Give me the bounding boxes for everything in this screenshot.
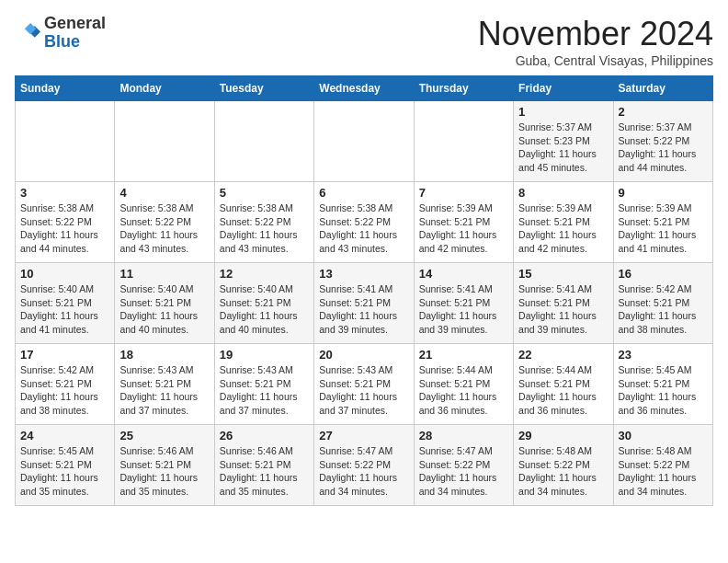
day-number: 1 [518,105,608,119]
day-info: Sunrise: 5:45 AM Sunset: 5:21 PM Dayligh… [20,444,109,499]
calendar-cell [214,101,313,182]
weekday-header-cell: Friday [514,76,613,101]
calendar-table: SundayMondayTuesdayWednesdayThursdayFrid… [15,75,713,506]
day-info: Sunrise: 5:44 AM Sunset: 5:21 PM Dayligh… [518,363,608,418]
day-number: 25 [119,429,209,442]
day-info: Sunrise: 5:38 AM Sunset: 5:22 PM Dayligh… [20,201,109,256]
day-info: Sunrise: 5:39 AM Sunset: 5:21 PM Dayligh… [619,201,708,256]
calendar-cell: 1Sunrise: 5:37 AM Sunset: 5:23 PM Daylig… [514,101,613,182]
calendar-cell: 30Sunrise: 5:48 AM Sunset: 5:22 PM Dayli… [613,425,712,506]
day-number: 27 [319,429,408,442]
calendar-week-row: 10Sunrise: 5:40 AM Sunset: 5:21 PM Dayli… [16,263,713,344]
logo: General Blue [15,15,106,52]
day-info: Sunrise: 5:47 AM Sunset: 5:22 PM Dayligh… [419,444,508,499]
calendar-cell: 10Sunrise: 5:40 AM Sunset: 5:21 PM Dayli… [16,263,115,344]
logo-icon [15,20,40,46]
day-number: 6 [319,186,408,200]
weekday-header-cell: Thursday [414,76,513,101]
weekday-header-row: SundayMondayTuesdayWednesdayThursdayFrid… [16,76,713,101]
day-info: Sunrise: 5:38 AM Sunset: 5:22 PM Dayligh… [319,201,408,256]
day-number: 7 [419,186,508,200]
day-number: 24 [20,429,109,442]
day-info: Sunrise: 5:43 AM Sunset: 5:21 PM Dayligh… [119,363,209,418]
calendar-cell: 26Sunrise: 5:46 AM Sunset: 5:21 PM Dayli… [214,425,313,506]
calendar-cell [414,101,513,182]
day-number: 19 [220,348,309,362]
day-info: Sunrise: 5:43 AM Sunset: 5:21 PM Dayligh… [220,363,309,418]
day-info: Sunrise: 5:42 AM Sunset: 5:21 PM Dayligh… [20,363,109,418]
weekday-header-cell: Monday [115,76,214,101]
calendar-cell [16,101,115,182]
day-info: Sunrise: 5:40 AM Sunset: 5:21 PM Dayligh… [119,282,209,337]
calendar-cell: 21Sunrise: 5:44 AM Sunset: 5:21 PM Dayli… [414,344,513,425]
calendar-cell: 19Sunrise: 5:43 AM Sunset: 5:21 PM Dayli… [214,344,313,425]
calendar-cell: 14Sunrise: 5:41 AM Sunset: 5:21 PM Dayli… [414,263,513,344]
day-number: 10 [20,267,109,281]
day-info: Sunrise: 5:48 AM Sunset: 5:22 PM Dayligh… [619,444,708,499]
calendar-cell: 23Sunrise: 5:45 AM Sunset: 5:21 PM Dayli… [613,344,712,425]
calendar-cell: 22Sunrise: 5:44 AM Sunset: 5:21 PM Dayli… [514,344,613,425]
day-number: 17 [20,348,109,362]
day-number: 9 [619,186,708,200]
calendar-cell: 29Sunrise: 5:48 AM Sunset: 5:22 PM Dayli… [514,425,613,506]
calendar-cell: 20Sunrise: 5:43 AM Sunset: 5:21 PM Dayli… [314,344,414,425]
weekday-header-cell: Saturday [613,76,712,101]
calendar-cell: 11Sunrise: 5:40 AM Sunset: 5:21 PM Dayli… [115,263,214,344]
day-number: 30 [619,429,708,442]
calendar-cell [115,101,214,182]
day-number: 21 [419,348,508,362]
day-number: 18 [119,348,209,362]
calendar-cell: 2Sunrise: 5:37 AM Sunset: 5:22 PM Daylig… [613,101,712,182]
day-info: Sunrise: 5:45 AM Sunset: 5:21 PM Dayligh… [619,363,708,418]
day-info: Sunrise: 5:40 AM Sunset: 5:21 PM Dayligh… [220,282,309,337]
day-number: 11 [119,267,209,281]
weekday-header-cell: Wednesday [314,76,414,101]
weekday-header-cell: Tuesday [214,76,313,101]
day-number: 26 [220,429,309,442]
day-number: 28 [419,429,508,442]
calendar-week-row: 17Sunrise: 5:42 AM Sunset: 5:21 PM Dayli… [16,344,713,425]
weekday-header-cell: Sunday [16,76,115,101]
day-number: 5 [220,186,309,200]
day-number: 4 [119,186,209,200]
calendar-cell: 16Sunrise: 5:42 AM Sunset: 5:21 PM Dayli… [613,263,712,344]
logo-blue: Blue [44,33,106,52]
day-info: Sunrise: 5:43 AM Sunset: 5:21 PM Dayligh… [319,363,408,418]
day-info: Sunrise: 5:46 AM Sunset: 5:21 PM Dayligh… [220,444,309,499]
calendar-cell: 15Sunrise: 5:41 AM Sunset: 5:21 PM Dayli… [514,263,613,344]
calendar-cell [314,101,414,182]
calendar-cell: 28Sunrise: 5:47 AM Sunset: 5:22 PM Dayli… [414,425,513,506]
day-info: Sunrise: 5:41 AM Sunset: 5:21 PM Dayligh… [419,282,508,337]
day-info: Sunrise: 5:38 AM Sunset: 5:22 PM Dayligh… [119,201,209,256]
day-info: Sunrise: 5:39 AM Sunset: 5:21 PM Dayligh… [419,201,508,256]
calendar-cell: 8Sunrise: 5:39 AM Sunset: 5:21 PM Daylig… [514,182,613,263]
calendar-cell: 25Sunrise: 5:46 AM Sunset: 5:21 PM Dayli… [115,425,214,506]
month-title: November 2024 [478,15,713,53]
calendar-cell: 4Sunrise: 5:38 AM Sunset: 5:22 PM Daylig… [115,182,214,263]
calendar-cell: 9Sunrise: 5:39 AM Sunset: 5:21 PM Daylig… [613,182,712,263]
calendar-cell: 7Sunrise: 5:39 AM Sunset: 5:21 PM Daylig… [414,182,513,263]
calendar-week-row: 3Sunrise: 5:38 AM Sunset: 5:22 PM Daylig… [16,182,713,263]
day-number: 14 [419,267,508,281]
day-info: Sunrise: 5:37 AM Sunset: 5:22 PM Dayligh… [619,121,708,175]
day-number: 13 [319,267,408,281]
calendar-week-row: 1Sunrise: 5:37 AM Sunset: 5:23 PM Daylig… [16,101,713,182]
title-block: November 2024 Guba, Central Visayas, Phi… [478,15,713,68]
day-info: Sunrise: 5:44 AM Sunset: 5:21 PM Dayligh… [419,363,508,418]
calendar-cell: 24Sunrise: 5:45 AM Sunset: 5:21 PM Dayli… [16,425,115,506]
calendar-cell: 3Sunrise: 5:38 AM Sunset: 5:22 PM Daylig… [16,182,115,263]
day-info: Sunrise: 5:40 AM Sunset: 5:21 PM Dayligh… [20,282,109,337]
calendar-cell: 17Sunrise: 5:42 AM Sunset: 5:21 PM Dayli… [16,344,115,425]
calendar-cell: 6Sunrise: 5:38 AM Sunset: 5:22 PM Daylig… [314,182,414,263]
page-header: General Blue November 2024 Guba, Central… [15,15,713,68]
calendar-cell: 18Sunrise: 5:43 AM Sunset: 5:21 PM Dayli… [115,344,214,425]
location-subtitle: Guba, Central Visayas, Philippines [478,53,713,68]
day-info: Sunrise: 5:48 AM Sunset: 5:22 PM Dayligh… [518,444,608,499]
calendar-body: 1Sunrise: 5:37 AM Sunset: 5:23 PM Daylig… [16,101,713,506]
day-number: 23 [619,348,708,362]
day-number: 12 [220,267,309,281]
day-info: Sunrise: 5:46 AM Sunset: 5:21 PM Dayligh… [119,444,209,499]
day-number: 22 [518,348,608,362]
day-info: Sunrise: 5:42 AM Sunset: 5:21 PM Dayligh… [619,282,708,337]
calendar-cell: 13Sunrise: 5:41 AM Sunset: 5:21 PM Dayli… [314,263,414,344]
